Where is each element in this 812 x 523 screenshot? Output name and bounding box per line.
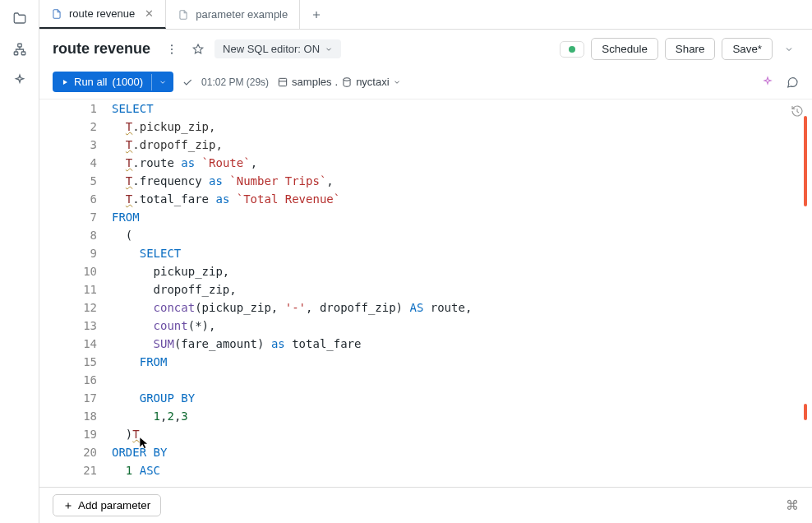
line-number: 14 (39, 335, 112, 353)
line-number: 18 (39, 407, 112, 425)
tab-label: parameter example (196, 8, 288, 21)
keyboard-icon[interactable]: ⌘ (786, 498, 799, 513)
plus-icon (63, 501, 73, 511)
svg-rect-2 (21, 52, 25, 55)
editor-container: 1SELECT2 T.pickup_zip,3 T.dropoff_zip,4 … (39, 99, 812, 487)
code-line[interactable]: 1,2,3 (112, 407, 188, 425)
share-button[interactable]: Share (665, 38, 716, 60)
svg-rect-0 (17, 44, 21, 47)
folder-icon[interactable] (12, 10, 28, 26)
star-icon[interactable] (188, 39, 208, 59)
code-line[interactable]: GROUP BY (112, 389, 195, 407)
left-rail (0, 0, 39, 523)
line-number: 15 (39, 353, 112, 371)
comment-icon[interactable] (786, 76, 799, 89)
line-number: 3 (39, 136, 112, 154)
run-count: (1000) (112, 76, 143, 88)
code-line[interactable]: FROM (112, 353, 167, 371)
chevron-down-icon (325, 45, 333, 53)
svg-rect-6 (279, 78, 286, 86)
add-param-label: Add parameter (78, 499, 150, 511)
save-button[interactable]: Save* (722, 38, 773, 60)
line-number: 17 (39, 389, 112, 407)
code-line[interactable]: T.route as `Route`, (112, 154, 257, 172)
footer: Add parameter ⌘ (39, 487, 812, 523)
tab-parameter-example[interactable]: parameter example (166, 0, 300, 29)
line-number: 21 (39, 461, 112, 479)
code-line[interactable]: )T (112, 425, 140, 443)
last-run-timestamp: 01:02 PM (29s) (201, 76, 269, 88)
line-number: 10 (39, 262, 112, 280)
page-title: route revenue (53, 40, 150, 58)
code-line[interactable]: 1 ASC (112, 461, 160, 479)
line-number: 20 (39, 443, 112, 461)
add-parameter-button[interactable]: Add parameter (53, 494, 161, 516)
toolbar: Run all (1000) 01:02 PM (29s) samples . … (39, 68, 812, 99)
code-line[interactable]: count(*), (112, 317, 215, 335)
schema-name: nyctaxi (356, 76, 389, 88)
line-number: 5 (39, 172, 112, 190)
line-number: 11 (39, 280, 112, 299)
catalog-picker[interactable]: samples . nyctaxi (277, 76, 401, 88)
code-line[interactable]: pickup_zip, (112, 262, 229, 280)
code-line[interactable]: SUM(fare_amount) as total_fare (112, 335, 361, 353)
line-number: 16 (39, 371, 112, 389)
file-icon (178, 9, 189, 21)
line-number: 9 (39, 244, 112, 262)
schedule-button[interactable]: Schedule (591, 38, 658, 60)
line-number: 4 (39, 154, 112, 172)
code-line[interactable]: concat(pickup_zip, '-', dropoff_zip) AS … (112, 299, 472, 317)
chevron-down-icon (393, 78, 401, 86)
line-number: 13 (39, 317, 112, 335)
code-line[interactable]: SELECT (112, 100, 154, 118)
line-number: 2 (39, 118, 112, 136)
tab-label: route revenue (69, 7, 135, 20)
line-number: 12 (39, 299, 112, 317)
catalog-name: samples (292, 76, 331, 88)
code-line[interactable]: ( (112, 226, 132, 244)
run-dropdown[interactable] (151, 74, 173, 90)
svg-point-5 (171, 52, 173, 53)
run-label: Run all (74, 76, 107, 88)
check-icon (182, 76, 193, 88)
svg-rect-1 (14, 52, 18, 55)
toggle-label: New SQL editor: ON (223, 43, 320, 55)
line-number: 1 (39, 100, 112, 118)
main-area: route revenue ✕ parameter example route … (39, 0, 812, 523)
svg-point-4 (171, 48, 173, 49)
code-line[interactable]: T.dropoff_zip, (112, 136, 223, 154)
new-tab-button[interactable] (300, 0, 333, 29)
database-icon (341, 76, 353, 88)
file-icon (51, 8, 62, 20)
close-icon[interactable]: ✕ (145, 7, 154, 20)
cursor-icon (138, 435, 150, 450)
code-line[interactable]: T.pickup_zip, (112, 118, 215, 136)
save-menu-chevron[interactable] (779, 44, 799, 54)
code-line[interactable]: T.frequency as `Number Trips`, (112, 172, 334, 190)
sparkle-icon[interactable] (761, 76, 774, 89)
status-dot-icon (569, 46, 575, 53)
line-number: 19 (39, 425, 112, 443)
tab-bar: route revenue ✕ parameter example (39, 0, 812, 30)
play-icon (61, 78, 69, 86)
svg-point-7 (344, 77, 350, 81)
svg-point-3 (171, 44, 173, 46)
line-number: 8 (39, 226, 112, 244)
code-line[interactable]: SELECT (112, 244, 181, 262)
compute-status[interactable] (560, 41, 584, 58)
history-icon[interactable] (791, 104, 804, 118)
sql-editor[interactable]: 1SELECT2 T.pickup_zip,3 T.dropoff_zip,4 … (39, 100, 812, 487)
code-line[interactable]: T.total_fare as `Total Revenue` (112, 190, 340, 208)
catalog-icon (277, 76, 288, 88)
schema-icon[interactable] (12, 41, 28, 58)
line-number: 7 (39, 208, 112, 226)
code-line[interactable]: FROM (112, 208, 140, 226)
assistant-icon[interactable] (12, 72, 28, 89)
editor-toggle[interactable]: New SQL editor: ON (215, 39, 341, 58)
tab-route-revenue[interactable]: route revenue ✕ (39, 0, 166, 29)
code-line[interactable]: dropoff_zip, (112, 280, 237, 299)
kebab-menu-icon[interactable] (162, 39, 182, 59)
run-button[interactable]: Run all (1000) (53, 72, 173, 92)
line-number: 6 (39, 190, 112, 208)
header: route revenue New SQL editor: ON Schedul… (39, 30, 812, 68)
